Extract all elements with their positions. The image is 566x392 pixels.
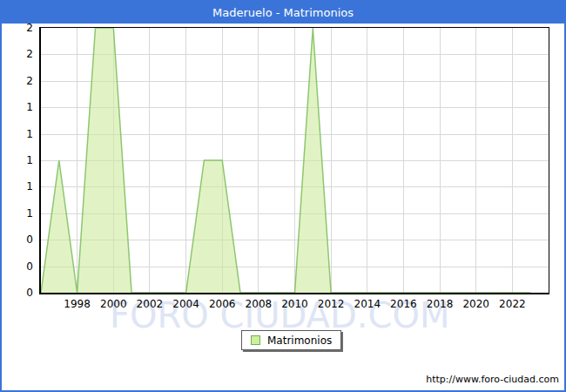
y-axis-tick-label: 1 bbox=[2, 154, 33, 166]
y-axis-tick-label: 2 bbox=[2, 48, 33, 60]
chart-frame: Maderuelo - Matrimonios FORO CIUDAD.COM … bbox=[0, 0, 566, 392]
y-axis-tick-label: 0 bbox=[2, 233, 33, 246]
y-axis-tick-label: 0 bbox=[2, 287, 33, 299]
y-axis-tick-label: 2 bbox=[2, 22, 33, 34]
footer-url: http://www.foro-ciudad.com bbox=[426, 374, 559, 385]
y-axis-tick-label: 2 bbox=[2, 75, 33, 87]
plot-area bbox=[39, 27, 549, 294]
y-axis-tick-label: 0 bbox=[2, 260, 33, 273]
x-axis-tick-label: 2022 bbox=[490, 298, 534, 310]
y-axis-tick-label: 1 bbox=[2, 180, 33, 193]
chart-title: Maderuelo - Matrimonios bbox=[2, 2, 564, 24]
y-axis-tick-label: 1 bbox=[2, 101, 33, 113]
legend-label: Matrimonios bbox=[267, 335, 332, 347]
legend: Matrimonios bbox=[241, 330, 341, 350]
y-axis-tick-label: 1 bbox=[2, 207, 33, 220]
y-axis-tick-label: 1 bbox=[2, 128, 33, 140]
legend-swatch-icon bbox=[251, 335, 260, 345]
area-series-matrimonios bbox=[41, 28, 549, 293]
